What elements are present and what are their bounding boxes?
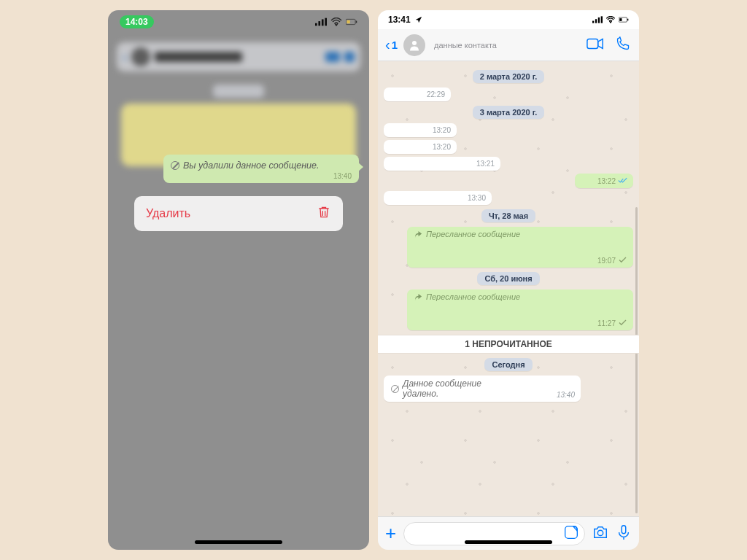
mic-button[interactable]	[616, 524, 632, 543]
back-button[interactable]: ‹1	[385, 36, 398, 53]
svg-rect-6	[347, 20, 349, 23]
deleted-message-text: Вы удалили данное сообщение.	[183, 160, 319, 171]
forward-icon	[414, 293, 422, 301]
read-ticks-icon	[618, 176, 627, 185]
message-in[interactable]: 13:20	[384, 123, 457, 137]
svg-rect-8	[595, 19, 597, 23]
status-bar: 13:41	[378, 10, 639, 29]
svg-rect-16	[565, 526, 578, 538]
svg-rect-12	[627, 19, 628, 21]
phone-right-chat: 13:41 ‹1 данные контакта 2 марта 2020 г.…	[378, 10, 639, 550]
status-bar: 14:03	[108, 10, 369, 34]
home-indicator[interactable]	[195, 540, 282, 544]
date-chip: Сб, 20 июня	[477, 272, 539, 285]
svg-point-17	[597, 530, 603, 535]
message-time: 13:40	[171, 172, 352, 180]
date-chip: Сегодня	[484, 358, 532, 371]
unread-banner: 1 НЕПРОЧИТАННОЕ	[378, 335, 639, 354]
wifi-icon	[605, 16, 616, 23]
forwarded-label: Пересланное сообщение	[426, 230, 520, 238]
battery-icon	[619, 16, 629, 23]
status-time: 13:41	[388, 15, 411, 25]
svg-rect-2	[322, 19, 324, 26]
svg-rect-1	[318, 21, 320, 26]
video-call-button[interactable]	[587, 36, 604, 54]
forwarded-message-out[interactable]: Пересланное сообщение 11:27	[407, 289, 633, 330]
svg-rect-15	[587, 39, 598, 48]
deleted-message-in[interactable]: Данное сообщение удалено. 13:40	[384, 376, 581, 402]
date-chip: 2 марта 2020 г.	[473, 70, 544, 83]
contact-subtitle[interactable]: данные контакта	[434, 41, 576, 50]
date-chip: 3 марта 2020 г.	[473, 106, 544, 119]
status-icons	[315, 18, 357, 26]
svg-rect-9	[598, 18, 600, 23]
signal-icon	[315, 18, 327, 26]
avatar[interactable]	[403, 34, 425, 56]
attach-button[interactable]: +	[385, 522, 396, 545]
forwarded-label: Пересланное сообщение	[426, 292, 520, 301]
delete-action-button[interactable]: Удалить	[134, 196, 343, 231]
date-chip: Чт, 28 мая	[481, 209, 535, 222]
blurred-background: ‹	[108, 34, 369, 158]
back-badge: 1	[392, 39, 398, 51]
trash-icon	[317, 205, 331, 222]
svg-rect-18	[622, 525, 626, 533]
phone-left-context-menu: 14:03 ‹ Вы удалили данное сообщение. 13:…	[108, 10, 369, 550]
deleted-text: Данное сообщение удалено.	[403, 378, 482, 399]
wifi-icon	[330, 18, 342, 26]
sent-tick-icon	[618, 319, 627, 327]
home-indicator[interactable]	[465, 540, 552, 544]
sticker-button[interactable]	[564, 525, 578, 542]
message-in[interactable]: 22:29	[384, 88, 451, 101]
prohibited-icon	[171, 161, 179, 170]
message-in[interactable]: 13:21	[384, 157, 500, 171]
delete-action-label: Удалить	[146, 207, 190, 220]
forwarded-message-out[interactable]: Пересланное сообщение 19:07	[407, 227, 633, 268]
status-time: 14:03	[120, 15, 154, 28]
voice-call-button[interactable]	[614, 36, 632, 54]
svg-rect-7	[592, 21, 594, 23]
prohibited-icon	[391, 385, 399, 393]
sent-tick-icon	[618, 257, 627, 265]
svg-point-14	[412, 41, 417, 45]
input-bar: +	[378, 516, 639, 550]
signal-icon	[592, 16, 603, 23]
svg-rect-0	[315, 23, 317, 26]
svg-rect-13	[619, 18, 622, 21]
forward-icon	[414, 230, 422, 238]
location-icon	[414, 16, 424, 23]
scrollbar-thumb[interactable]	[635, 207, 638, 513]
deleted-message-bubble[interactable]: Вы удалили данное сообщение. 13:40	[163, 155, 359, 183]
chat-body[interactable]: 2 марта 2020 г. 22:29 3 марта 2020 г. 13…	[378, 61, 639, 516]
message-in[interactable]: 13:20	[384, 140, 457, 154]
svg-rect-5	[356, 21, 357, 23]
message-time: 13:40	[484, 391, 576, 399]
battery-icon	[346, 18, 357, 26]
chat-header: ‹1 данные контакта	[378, 29, 639, 61]
message-in[interactable]: 13:30	[384, 191, 492, 205]
svg-rect-3	[325, 18, 327, 26]
message-out[interactable]: 13:22	[575, 174, 633, 188]
camera-button[interactable]	[592, 524, 608, 543]
svg-rect-10	[601, 16, 603, 23]
